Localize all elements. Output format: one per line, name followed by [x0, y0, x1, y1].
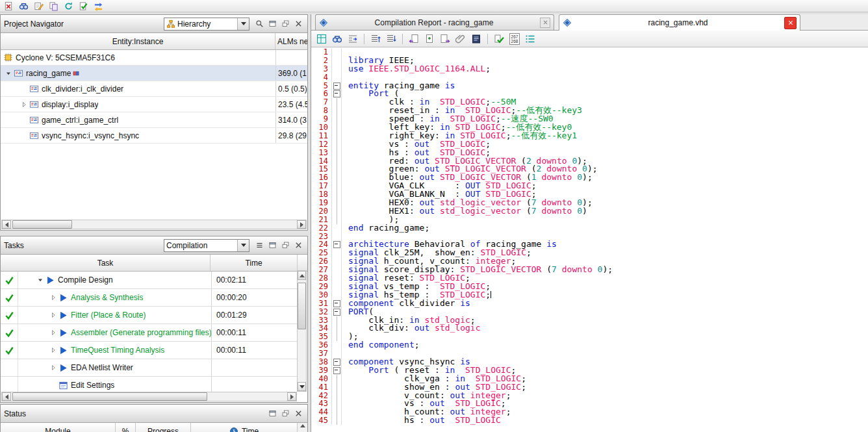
- settings-icon[interactable]: [92, 0, 105, 12]
- find-icon[interactable]: [331, 32, 344, 45]
- task-check-icon: [1, 307, 18, 324]
- scroll-down-button[interactable]: [298, 382, 306, 391]
- tasks-hscrollbar[interactable]: [1, 392, 297, 401]
- column-task[interactable]: Task: [1, 255, 211, 271]
- task-row[interactable]: Compile Design00:02:11: [1, 272, 298, 289]
- scroll-right-button[interactable]: [287, 392, 296, 401]
- fold-toggle-icon[interactable]: [332, 358, 342, 366]
- scrollbar-thumb[interactable]: [12, 392, 207, 401]
- copy-icon[interactable]: [47, 0, 60, 12]
- scroll-left-button[interactable]: [2, 220, 11, 229]
- column-time[interactable]: Time: [211, 255, 298, 271]
- verify-icon[interactable]: [77, 0, 90, 12]
- column-alms[interactable]: ALMs ne: [275, 33, 307, 49]
- column-progress[interactable]: Progress: [136, 423, 191, 432]
- code-line[interactable]: 34 clk_div: out std_logic: [311, 324, 868, 333]
- scrollbar-thumb[interactable]: [12, 220, 72, 229]
- code-lines[interactable]: 12library IEEE;3use IEEE.STD_LOGIC_1164.…: [311, 47, 868, 432]
- line-counter-icon[interactable]: 267268: [508, 32, 521, 45]
- column-percent[interactable]: %: [116, 423, 136, 432]
- menu-icon[interactable]: [254, 240, 265, 251]
- expander-icon[interactable]: [35, 275, 45, 285]
- tree-row[interactable]: display:i_display23.5 (4.5: [1, 97, 307, 112]
- fold-toggle-icon[interactable]: [332, 82, 342, 90]
- tab-close-icon[interactable]: [784, 17, 797, 29]
- close-icon[interactable]: [293, 409, 304, 419]
- status-vscrollbar[interactable]: [298, 423, 307, 432]
- align-left-icon[interactable]: [369, 32, 382, 45]
- scrollbar-track[interactable]: [298, 280, 306, 382]
- scroll-right-button[interactable]: [297, 220, 306, 229]
- task-row[interactable]: Analysis & Synthesis00:00:20: [1, 289, 298, 307]
- code-line[interactable]: 31component clk_divider is: [311, 299, 868, 308]
- navigator-hscrollbar[interactable]: [1, 220, 307, 229]
- close-icon[interactable]: [293, 240, 304, 251]
- code-line[interactable]: 3use IEEE.STD_LOGIC_1164.ALL;: [311, 65, 868, 73]
- expander-icon[interactable]: [3, 68, 14, 79]
- search-icon[interactable]: [254, 19, 265, 29]
- refresh-icon[interactable]: [62, 0, 75, 12]
- column-entity-instance[interactable]: Entity:Instance: [1, 33, 275, 49]
- line-number: 28: [311, 274, 332, 283]
- menu-icon[interactable]: [524, 32, 537, 45]
- scrollbar-track[interactable]: [11, 220, 297, 229]
- toggle-bookmark-icon[interactable]: [423, 32, 436, 45]
- fold-toggle-icon[interactable]: [332, 240, 342, 249]
- code-line[interactable]: 36end component;: [311, 341, 868, 349]
- column-time[interactable]: Time: [191, 423, 298, 432]
- fold-toggle-icon[interactable]: [332, 308, 342, 316]
- expander-icon[interactable]: [48, 292, 58, 303]
- task-row[interactable]: Assembler (Generate programming files)00…: [1, 324, 298, 342]
- float-icon[interactable]: [280, 240, 291, 251]
- float-icon[interactable]: [280, 409, 291, 419]
- scroll-up-button[interactable]: [298, 271, 306, 280]
- expander-icon[interactable]: [48, 310, 58, 320]
- tab-close-icon[interactable]: [540, 18, 550, 28]
- tree-row[interactable]: clk_divider:i_clk_divider0.5 (0.5): [1, 81, 307, 97]
- syntax-check-icon[interactable]: [492, 32, 505, 45]
- window-grid-icon[interactable]: [315, 32, 328, 45]
- fold-toggle-icon[interactable]: [332, 299, 342, 308]
- task-row[interactable]: Fitter (Place & Route)00:01:29: [1, 307, 298, 324]
- code-line[interactable]: 45 hs : out STD_LOGIC: [311, 416, 868, 425]
- line-number: 45: [311, 416, 332, 425]
- expander-icon[interactable]: [48, 345, 58, 355]
- float-icon[interactable]: [280, 19, 291, 29]
- chevron-down-icon[interactable]: [237, 18, 249, 30]
- chevron-down-icon[interactable]: [237, 240, 249, 251]
- expander-icon[interactable]: [48, 362, 58, 373]
- notes-icon[interactable]: [470, 32, 483, 45]
- tab-racing-game-vhd[interactable]: racing_game.vhd: [559, 14, 800, 31]
- task-row[interactable]: EDA Netlist Writer: [1, 359, 298, 377]
- tree-row[interactable]: vsync_hsync:i_vsync_hsync29.8 (29: [1, 128, 307, 144]
- column-module[interactable]: Module: [1, 423, 116, 432]
- find-icon[interactable]: [17, 0, 30, 12]
- next-bookmark-icon[interactable]: [439, 32, 452, 45]
- code-line[interactable]: 22end racing_game;: [311, 224, 868, 233]
- tree-row[interactable]: game_ctrl:i_game_ctrl314.0 (3: [1, 112, 307, 128]
- fold-toggle-icon[interactable]: [332, 90, 342, 98]
- tree-row[interactable]: Cyclone V: 5CSEMA5F31C6: [1, 50, 307, 66]
- align-right-icon[interactable]: [385, 32, 398, 45]
- tree-row[interactable]: racing_game369.0 (1: [1, 66, 307, 81]
- task-row[interactable]: TimeQuest Timing Analysis00:00:11: [1, 342, 298, 359]
- expander-icon[interactable]: [48, 327, 58, 338]
- tasks-vscrollbar[interactable]: [297, 270, 307, 392]
- hierarchy-select[interactable]: Hierarchy: [164, 18, 249, 31]
- expander-icon[interactable]: [19, 99, 29, 110]
- dock-icon[interactable]: [267, 240, 278, 251]
- prev-bookmark-icon[interactable]: [407, 32, 420, 45]
- scrollbar-track[interactable]: [11, 392, 287, 401]
- flow-select[interactable]: Compilation: [164, 239, 249, 252]
- dock-icon[interactable]: [267, 19, 278, 29]
- dock-icon[interactable]: [267, 409, 278, 419]
- close-file-icon[interactable]: [2, 0, 15, 12]
- edit-file-icon[interactable]: [32, 0, 45, 12]
- scrollbar-thumb[interactable]: [298, 283, 306, 329]
- close-icon[interactable]: [293, 19, 304, 29]
- attach-icon[interactable]: [454, 32, 467, 45]
- indent-icon[interactable]: [346, 32, 359, 45]
- scroll-left-button[interactable]: [2, 392, 11, 401]
- tab-compilation-report[interactable]: Compilation Report - racing_game: [315, 14, 554, 30]
- fold-toggle-icon[interactable]: [332, 366, 342, 375]
